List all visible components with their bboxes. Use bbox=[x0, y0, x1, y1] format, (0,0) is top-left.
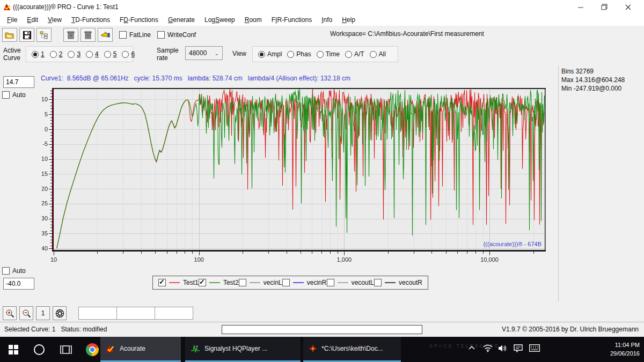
start-button[interactable] bbox=[4, 337, 23, 362]
legend-item-vecinr[interactable]: vecinR bbox=[282, 279, 327, 286]
ymax-input[interactable] bbox=[3, 76, 34, 88]
main-area: Auto Curve1: 8.565dB @ 65.061Hz cycle: 1… bbox=[0, 65, 644, 305]
curve-option-4[interactable]: 4 bbox=[86, 50, 99, 58]
frequency-response-chart[interactable] bbox=[42, 86, 546, 271]
menu-logsweep[interactable]: LogSweep bbox=[200, 15, 240, 25]
radio-icon[interactable] bbox=[287, 51, 294, 58]
menu-info[interactable]: Info bbox=[317, 15, 337, 25]
save-button[interactable] bbox=[19, 28, 34, 42]
clock-date: 29/06/2016 bbox=[610, 349, 640, 358]
legend-item-vecinl[interactable]: vecinL bbox=[239, 279, 282, 286]
touch-keyboard-icon[interactable] bbox=[529, 344, 540, 354]
taskbar-app-document[interactable]: *C:\Users\keith\Doc... bbox=[303, 337, 401, 362]
legend-checkbox[interactable] bbox=[282, 279, 290, 286]
legend-label: Test2 bbox=[223, 279, 239, 286]
max-value: Max 14.316@604.248 bbox=[561, 76, 625, 84]
radio-icon[interactable] bbox=[68, 51, 75, 58]
view-option-at[interactable]: A/T bbox=[345, 50, 364, 58]
auto-top-checkbox[interactable]: Auto bbox=[2, 91, 26, 99]
radio-icon[interactable] bbox=[122, 51, 129, 58]
open-folder-button[interactable] bbox=[2, 28, 17, 42]
view-option-ampl[interactable]: Ampl bbox=[258, 50, 282, 58]
auto-bottom-checkbox[interactable]: Auto bbox=[2, 267, 26, 275]
view-option-label: Time bbox=[326, 50, 340, 58]
taskbar-app-acourate[interactable]: Acourate bbox=[100, 337, 181, 362]
curve-manager-button[interactable] bbox=[36, 28, 52, 42]
menu-edit[interactable]: Edit bbox=[22, 15, 43, 25]
legend-checkbox[interactable] bbox=[199, 279, 206, 286]
radio-icon[interactable] bbox=[86, 51, 93, 58]
radio-icon[interactable] bbox=[50, 51, 57, 58]
taskbar-clock[interactable]: 11:04 PM 29/06/2016 bbox=[610, 341, 640, 358]
coordinate-cell bbox=[117, 307, 155, 320]
task-view-button[interactable] bbox=[57, 337, 75, 362]
auto-bottom-label: Auto bbox=[12, 267, 26, 275]
delete-curve-button[interactable] bbox=[63, 28, 78, 42]
cortana-button[interactable] bbox=[30, 337, 48, 362]
menu-view[interactable]: View bbox=[43, 15, 67, 25]
radio-icon[interactable] bbox=[370, 51, 377, 58]
curve-option-1[interactable]: 1 bbox=[32, 50, 45, 58]
legend-checkbox[interactable] bbox=[327, 279, 334, 286]
menu-fd-functions[interactable]: FD-Functions bbox=[115, 15, 163, 25]
view-option-label: All bbox=[379, 50, 386, 58]
fatline-checkbox-box[interactable] bbox=[119, 31, 127, 39]
radio-icon[interactable] bbox=[104, 51, 111, 58]
menu-fir-functions[interactable]: FIR-Functions bbox=[267, 15, 317, 25]
progress-bar bbox=[222, 325, 422, 334]
zoom-out-button[interactable] bbox=[19, 306, 33, 320]
legend-label: vecoutR bbox=[399, 279, 422, 286]
curve-option-3[interactable]: 3 bbox=[68, 50, 80, 58]
panel-separator bbox=[558, 65, 559, 301]
chrome-icon[interactable] bbox=[83, 337, 101, 362]
view-option-phas[interactable]: Phas bbox=[287, 50, 311, 58]
taskbar-app-hqplayer[interactable]: Signalyst HQPlayer ... bbox=[185, 337, 301, 362]
view-option-all[interactable]: All bbox=[370, 50, 386, 58]
ymin-input[interactable] bbox=[3, 278, 34, 290]
writeconf-checkbox-box[interactable] bbox=[157, 31, 165, 39]
controls-row: ActiveCurve 123456 Samplerate 48000 ⌄ Vi… bbox=[0, 44, 644, 66]
legend-item-vecoutr[interactable]: vecoutR bbox=[374, 279, 422, 286]
legend-checkbox[interactable] bbox=[374, 279, 382, 286]
legend-checkbox[interactable] bbox=[158, 279, 166, 286]
notification-icon[interactable] bbox=[514, 344, 523, 354]
legend-item-vecoutl[interactable]: vecoutL bbox=[327, 279, 374, 286]
auto-top-checkbox-box[interactable] bbox=[2, 91, 10, 99]
fatline-checkbox[interactable]: FatLine bbox=[119, 31, 151, 39]
radio-icon[interactable] bbox=[345, 51, 352, 58]
radio-icon[interactable] bbox=[32, 51, 39, 58]
writeconf-checkbox[interactable]: WriteConf bbox=[157, 31, 196, 39]
legend-item-test1[interactable]: Test1 bbox=[158, 279, 199, 286]
wifi-icon[interactable] bbox=[483, 344, 493, 354]
min-value: Min -247.919@0.000 bbox=[561, 84, 625, 93]
zoom-level-button[interactable]: 1 bbox=[36, 306, 50, 320]
curve-option-2[interactable]: 2 bbox=[50, 50, 63, 58]
view-group: AmplPhasTimeA/TAll bbox=[252, 46, 398, 62]
target-button[interactable] bbox=[53, 306, 67, 320]
delete-all-button[interactable] bbox=[80, 28, 96, 42]
window-title: (((acourate)))® PRO - Curve 1: Test1 bbox=[13, 3, 119, 11]
close-button[interactable] bbox=[616, 0, 640, 14]
menu-file[interactable]: File bbox=[2, 15, 22, 25]
view-option-time[interactable]: Time bbox=[317, 50, 340, 58]
radio-icon[interactable] bbox=[317, 51, 324, 58]
menu-help[interactable]: Help bbox=[337, 15, 360, 25]
legend-checkbox[interactable] bbox=[239, 279, 246, 286]
curve-option-6[interactable]: 6 bbox=[122, 50, 135, 58]
legend-item-test2[interactable]: Test2 bbox=[199, 279, 239, 286]
volume-icon[interactable] bbox=[498, 344, 508, 354]
curve-option-label: 1 bbox=[41, 50, 45, 58]
menu-generate[interactable]: Generate bbox=[163, 15, 200, 25]
menu-td-functions[interactable]: TD-Functions bbox=[67, 15, 115, 25]
tray-chevron-icon[interactable] bbox=[468, 344, 475, 354]
minimize-button[interactable] bbox=[569, 0, 592, 14]
menu-room[interactable]: Room bbox=[240, 15, 267, 25]
radio-icon[interactable] bbox=[258, 51, 265, 58]
auto-bottom-checkbox-box[interactable] bbox=[2, 267, 10, 275]
pick-hand-button[interactable] bbox=[98, 28, 113, 42]
curve-option-5[interactable]: 5 bbox=[104, 50, 117, 58]
zoom-in-button[interactable] bbox=[3, 306, 17, 320]
curve-info-line: Curve1: 8.565dB @ 65.061Hz cycle: 15.370… bbox=[41, 75, 350, 82]
restore-button[interactable] bbox=[592, 0, 616, 14]
sample-rate-select[interactable]: 48000 ⌄ bbox=[185, 46, 223, 60]
